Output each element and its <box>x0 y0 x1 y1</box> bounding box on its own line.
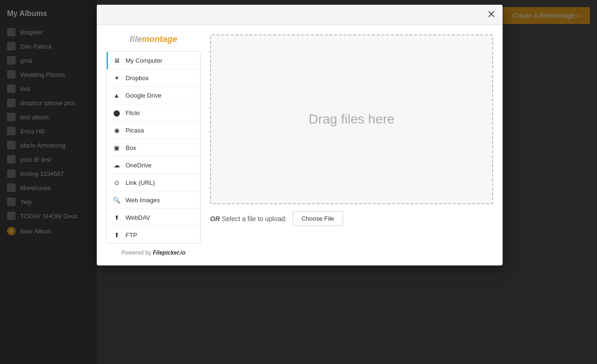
upload-row: OR Select a file to upload: Choose File <box>210 211 493 226</box>
source-item-flickr[interactable]: ⬤Flickr <box>107 104 200 122</box>
box-icon: ▣ <box>112 143 121 152</box>
source-label: FTP <box>126 232 137 239</box>
flickr-icon: ⬤ <box>112 108 121 117</box>
modal-body: filemontage 🖥My Computer✦Dropbox▲Google … <box>97 25 503 265</box>
source-label: Link (URL) <box>126 179 155 186</box>
source-label: Box <box>126 144 136 151</box>
file-picker-modal: ✕ filemontage 🖥My Computer✦Dropbox▲Googl… <box>97 5 503 265</box>
source-item-ftp[interactable]: ⬆FTP <box>107 226 200 243</box>
modal-close-button[interactable]: ✕ <box>487 9 496 20</box>
source-label: WebDAV <box>126 214 150 221</box>
ftp-icon: ⬆ <box>112 231 121 239</box>
source-panel: filemontage 🖥My Computer✦Dropbox▲Google … <box>106 34 201 256</box>
webdav-icon: ⬆ <box>112 213 121 222</box>
source-item-web-images[interactable]: 🔍Web Images <box>107 191 200 209</box>
source-menu: 🖥My Computer✦Dropbox▲Google Drive⬤Flickr… <box>106 51 201 244</box>
upload-panel: Drag files here OR Select a file to uplo… <box>210 34 493 256</box>
source-label: Dropbox <box>126 74 149 82</box>
source-label: My Computer <box>126 57 162 64</box>
logo-brand: montage <box>142 34 177 44</box>
link-icon: ⊙ <box>112 178 121 187</box>
source-item-onedrive[interactable]: ☁OneDrive <box>107 157 200 174</box>
source-item-picasa[interactable]: ◉Picasa <box>107 122 200 139</box>
source-label: Flickr <box>126 109 140 116</box>
dropbox-icon: ✦ <box>112 74 121 82</box>
source-label: Picasa <box>126 127 144 134</box>
source-item-link-url[interactable]: ⊙Link (URL) <box>107 174 200 191</box>
source-item-webdav[interactable]: ⬆WebDAV <box>107 209 200 226</box>
source-item-box[interactable]: ▣Box <box>107 139 200 157</box>
choose-file-button[interactable]: Choose File <box>293 211 343 226</box>
powered-by-brand: Filepicker.io <box>153 249 185 256</box>
picasa-icon: ◉ <box>112 126 121 134</box>
drop-zone[interactable]: Drag files here <box>210 34 493 204</box>
drop-zone-text: Drag files here <box>309 112 395 127</box>
source-label: Google Drive <box>126 92 161 99</box>
source-label: OneDrive <box>126 162 151 169</box>
webimages-icon: 🔍 <box>112 196 121 204</box>
upload-label-text: Select a file to upload: <box>222 215 287 223</box>
upload-label: OR Select a file to upload: <box>210 215 287 223</box>
filepicker-logo: filemontage <box>106 34 201 44</box>
source-item-dropbox[interactable]: ✦Dropbox <box>107 69 200 87</box>
modal-header: ✕ <box>97 5 503 25</box>
computer-icon: 🖥 <box>112 56 121 65</box>
source-item-my-computer[interactable]: 🖥My Computer <box>107 52 200 69</box>
gdrive-icon: ▲ <box>112 91 121 99</box>
powered-by: Powered by Filepicker.io <box>106 249 201 256</box>
upload-or: OR <box>210 215 220 223</box>
source-label: Web Images <box>126 197 160 204</box>
powered-by-prefix: Powered by <box>121 249 153 256</box>
source-item-google-drive[interactable]: ▲Google Drive <box>107 87 200 104</box>
onedrive-icon: ☁ <box>112 161 121 169</box>
logo-text: filemontage <box>106 34 201 44</box>
